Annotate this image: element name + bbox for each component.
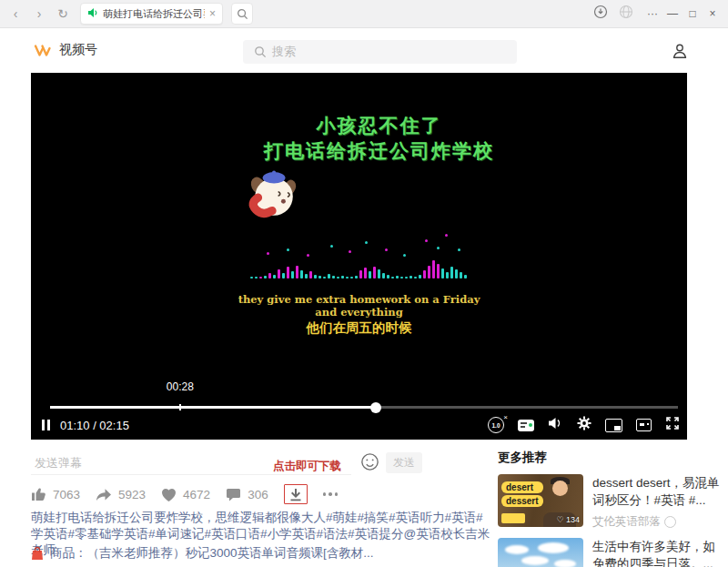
tab-title: 萌娃打电话给拆迁公司要炸学 <box>103 7 205 21</box>
video-player[interactable]: 小孩忍不住了 打电话给拆迁公司炸学校 they give me extra ho… <box>31 73 687 440</box>
heart-icon <box>161 488 177 501</box>
search-icon <box>237 8 248 20</box>
playback-speed-button[interactable]: 1.0× <box>488 417 504 433</box>
audio-waveform <box>250 224 469 278</box>
thumb-like-count: ♡ 134 <box>556 515 580 524</box>
comment-stat[interactable]: 306 <box>226 488 268 501</box>
mini-player-icon[interactable] <box>636 419 652 431</box>
danmaku-input[interactable]: 发送弹幕 <box>35 455 82 471</box>
search-icon <box>254 46 267 58</box>
recommendation-thumbnail[interactable]: desert dessert ♡ 134 <box>498 474 583 527</box>
picture-in-picture-icon[interactable] <box>605 419 622 432</box>
reload-icon[interactable]: ↻ <box>56 7 69 20</box>
channels-logo[interactable]: 视频号 <box>33 42 97 58</box>
recommendations-sidebar: 更多推荐 desert dessert ♡ 134 dessert desert… <box>498 450 725 567</box>
forward-icon[interactable]: › <box>33 7 46 20</box>
share-stat[interactable]: 5923 <box>96 488 146 501</box>
brand-name: 视频号 <box>59 42 97 58</box>
tab-search-button[interactable] <box>231 3 253 25</box>
emoji-icon[interactable] <box>360 452 379 475</box>
recommendation-card[interactable]: 生活中有许多美好，如免费的四季与日落。... <box>498 538 725 567</box>
channel-badge-icon <box>664 516 676 528</box>
browser-download-icon[interactable] <box>593 5 608 23</box>
recommendation-title[interactable]: dessert desert，易混单词秒区分！#英语 #... <box>592 474 725 509</box>
minimize-icon[interactable]: — <box>662 7 682 20</box>
subtitle-zh: 他们在周五的时候 <box>31 319 687 337</box>
browser-profile-icon[interactable] <box>619 5 633 23</box>
progress-played <box>50 406 376 409</box>
settings-gear-icon[interactable] <box>577 416 592 434</box>
player-controls: 01:10 / 02:15 1.0× <box>42 415 680 435</box>
recommendation-title[interactable]: 生活中有许多美好，如免费的四季与日落。... <box>592 538 725 567</box>
browser-tab[interactable]: 萌娃打电话给拆迁公司要炸学 × <box>80 3 223 25</box>
tab-audio-icon <box>87 5 98 22</box>
product-link[interactable]: 商品：（吉米老师推荐）秒记3000英语单词音频课[含教材... <box>31 545 374 562</box>
input-underline <box>31 474 351 475</box>
product-text: （吉米老师推荐）秒记3000英语单词音频课[含教材... <box>87 545 374 562</box>
thumb-badge <box>501 513 525 523</box>
comment-icon <box>226 488 241 501</box>
recommendation-thumbnail[interactable] <box>498 538 583 567</box>
video-overlay-title-2: 打电话给拆迁公司炸学校 <box>51 138 687 164</box>
volume-icon[interactable] <box>548 417 563 433</box>
video-overlay-title-1: 小孩忍不住了 <box>51 113 687 138</box>
thumbs-up-icon <box>31 487 46 501</box>
thumb-word-label: dessert <box>501 495 543 507</box>
search-placeholder: 搜索 <box>272 44 296 60</box>
subtitle-en-2: and everything <box>31 306 687 319</box>
send-button[interactable]: 发送 <box>386 452 422 473</box>
close-window-icon[interactable]: × <box>703 7 723 20</box>
time-display: 01:10 / 02:15 <box>60 419 129 432</box>
recommendations-heading: 更多推荐 <box>498 450 725 466</box>
profile-icon[interactable] <box>671 42 689 64</box>
channels-logo-icon <box>33 43 53 58</box>
product-label: 商品： <box>50 545 87 562</box>
download-button[interactable] <box>284 484 308 504</box>
browser-chrome: ‹ › ↻ 萌娃打电话给拆迁公司要炸学 × ··· — □ × <box>0 0 728 28</box>
recommendation-card[interactable]: desert dessert ♡ 134 dessert desert，易混单词… <box>498 474 725 530</box>
shopping-bag-icon <box>31 546 44 561</box>
subtitle-en-1: they give me extra homework on a Friday <box>31 293 687 306</box>
browser-menu-icon[interactable]: ··· <box>642 7 662 20</box>
engagement-row: 7063 5923 4672 306 <box>31 483 338 505</box>
share-icon <box>96 488 112 501</box>
dog-phone-sticker <box>246 169 298 222</box>
download-hint-text: 点击即可下载 <box>273 459 341 474</box>
fullscreen-icon[interactable] <box>665 416 680 434</box>
danmaku-toggle-icon[interactable] <box>518 420 534 431</box>
progress-bar[interactable]: 00:28 <box>50 406 678 409</box>
like-stat[interactable]: 7063 <box>31 487 80 501</box>
more-options-icon[interactable] <box>323 492 339 496</box>
progress-thumb[interactable] <box>370 402 381 413</box>
download-icon <box>289 488 302 501</box>
hover-time-tooltip: 00:28 <box>167 380 194 393</box>
tab-close-icon[interactable]: × <box>209 7 216 20</box>
hover-tick <box>179 404 181 410</box>
favorite-stat[interactable]: 4672 <box>161 488 210 501</box>
pause-button[interactable] <box>42 420 50 430</box>
recommendation-channel[interactable]: 艾伦英语部落 <box>592 514 725 530</box>
maximize-icon[interactable]: □ <box>682 7 703 20</box>
search-input[interactable]: 搜索 <box>243 40 517 64</box>
thumb-word-label: desert <box>501 481 543 493</box>
back-icon[interactable]: ‹ <box>9 7 22 20</box>
